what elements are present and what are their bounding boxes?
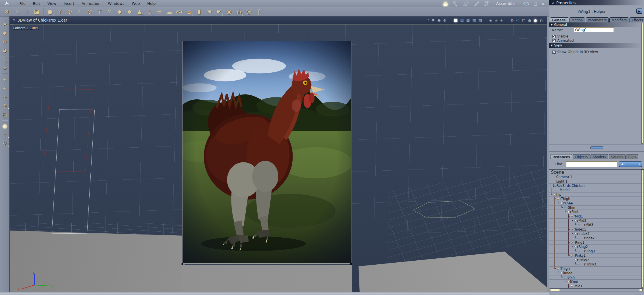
toolbar-tool-icon[interactable]: ☚ xyxy=(204,7,214,16)
browser-tab[interactable]: Shaders xyxy=(591,154,608,159)
menu-item[interactable]: Web xyxy=(132,1,140,6)
selection-handle[interactable] xyxy=(181,263,183,265)
viewport-display-icon[interactable]: ▤ xyxy=(460,18,464,22)
properties-header[interactable]: ⊙ Properties xyxy=(549,0,644,5)
menu-item[interactable]: File xyxy=(19,1,26,6)
show-object-checkbox[interactable]: Show Object in 3D View xyxy=(552,50,598,54)
properties-tab[interactable]: Parameters xyxy=(586,17,609,22)
tree-row[interactable]: │ │└ ▼ rIndex2 xyxy=(549,232,644,236)
properties-tab[interactable]: Modifiers xyxy=(609,17,629,22)
render-film-icon[interactable] xyxy=(483,1,490,7)
properties-tab[interactable]: General xyxy=(550,17,569,22)
close-icon[interactable]: × xyxy=(541,2,544,6)
toolbar-tool-icon[interactable]: ✎ xyxy=(22,7,32,16)
viewport-display-icon[interactable]: ◈ xyxy=(500,18,503,22)
tree-row[interactable]: ├─ ▼ Model xyxy=(549,188,644,192)
browser-tab[interactable]: Objects xyxy=(573,154,590,159)
tree-row[interactable]: │ └─ ▼ rPinky3 xyxy=(549,262,644,267)
animated-checkbox[interactable]: Animated xyxy=(552,39,574,43)
left-tool-icon[interactable]: ∞ xyxy=(1,64,9,72)
toolbar-tool-icon[interactable]: ♠ xyxy=(125,7,134,16)
expand-triangle-icon[interactable]: ▼ xyxy=(561,272,562,274)
viewport-display-icon[interactable]: ● xyxy=(528,18,531,22)
hscroll-end[interactable] xyxy=(639,289,643,291)
tree-row[interactable]: ├ ▼ rThigh xyxy=(549,197,644,201)
menu-item[interactable]: Edit xyxy=(33,1,40,6)
panel-dot-icon[interactable]: ⊙ xyxy=(13,18,15,22)
left-tool-icon[interactable] xyxy=(1,72,9,75)
left-tool-icon[interactable]: ◉ xyxy=(1,122,9,130)
toolbar-tool-icon[interactable]: ⌂ xyxy=(184,7,194,16)
tree-row[interactable]: │ ├ ▼ rIndex1 xyxy=(549,227,644,232)
properties-tab[interactable]: Effects xyxy=(629,17,644,22)
toolbar-tool-icon[interactable]: ⁂ xyxy=(234,7,244,16)
toolbar-tool-icon[interactable]: ∵ xyxy=(105,7,115,16)
selection-handle[interactable] xyxy=(350,263,352,265)
view-section-header[interactable]: ▼ View xyxy=(549,43,643,48)
tree-row[interactable]: └ ▼ lShin xyxy=(549,275,644,280)
panel-dot-icon[interactable]: ⊙ xyxy=(552,1,554,4)
expand-triangle-icon[interactable]: ▼ xyxy=(571,228,573,231)
toolbar-tool-icon[interactable]: ☛ xyxy=(214,7,224,16)
texture-pen-icon[interactable] xyxy=(463,1,469,7)
expand-triangle-icon[interactable]: ▼ xyxy=(575,219,576,222)
toolbar-tool-icon[interactable]: ⊙ xyxy=(85,7,95,16)
tree-row[interactable]: ▼ Camera 1 xyxy=(549,175,644,179)
left-tool-icon[interactable]: ➤ xyxy=(1,20,9,28)
toolbar-tool-icon[interactable]: ◆ xyxy=(115,7,125,16)
toolbar-tool-icon[interactable]: ▲ xyxy=(134,7,144,16)
left-tool-icon[interactable] xyxy=(1,119,9,122)
expand-triangle-icon[interactable]: ▼ xyxy=(557,267,559,270)
expand-triangle-icon[interactable]: ▼ xyxy=(568,281,569,283)
find-input[interactable] xyxy=(566,161,617,167)
expand-triangle-icon[interactable]: ▼ xyxy=(571,215,573,217)
tree-row[interactable]: │ └ ▼ rFoot xyxy=(549,210,644,214)
expand-triangle-icon[interactable]: ▼ xyxy=(571,241,573,244)
tree-row[interactable]: │ │ └─ ▼ rMid3 xyxy=(549,223,644,227)
left-tool-icon[interactable] xyxy=(1,17,9,20)
wireframe-hexagon[interactable] xyxy=(408,197,479,221)
browser-tab[interactable]: Instances xyxy=(550,154,572,159)
browser-tab[interactable]: Clips xyxy=(626,154,639,159)
tree-row[interactable]: │ └ ▼ rShin xyxy=(549,206,644,210)
hscroll-thumb[interactable] xyxy=(550,289,560,291)
left-tool-icon[interactable]: ↻ xyxy=(1,37,9,46)
tree-row[interactable]: │ ├ ▼ rMid1 xyxy=(549,214,644,219)
toolbar-tool-icon[interactable]: ◎ xyxy=(244,7,254,16)
toolbar-tool-icon[interactable] xyxy=(42,7,45,16)
viewport-display-icon[interactable]: ◐ xyxy=(540,18,543,22)
toolbar-tool-icon[interactable]: ʃ xyxy=(254,7,264,16)
browser-tab[interactable]: Sounds xyxy=(609,154,625,159)
scene-root-label[interactable]: Scene xyxy=(549,170,644,175)
tree-hscrollbar[interactable] xyxy=(550,288,643,292)
toolbar-tool-icon[interactable]: ☁ xyxy=(164,7,174,16)
expand-triangle-icon[interactable]: ▼ xyxy=(571,254,573,257)
menu-item[interactable]: Animation xyxy=(82,1,100,6)
expand-triangle-icon[interactable]: ▼ xyxy=(561,202,562,204)
tree-row[interactable]: └ ▼ lFoot xyxy=(549,280,644,284)
expand-triangle-icon[interactable]: ▼ xyxy=(557,198,559,200)
left-tool-icon[interactable]: + xyxy=(1,93,9,101)
toolbar-tool-icon[interactable]: ☀ xyxy=(154,7,164,16)
properties-tab[interactable]: Motion xyxy=(570,17,585,22)
menu-item[interactable]: Windows xyxy=(108,1,124,6)
toolbar-tool-icon[interactable]: ◪ xyxy=(32,7,42,16)
maximize-icon[interactable]: □ xyxy=(533,2,537,6)
tree-row[interactable]: ▼ LoRezBirds Chicken xyxy=(549,184,644,188)
viewport-display-icon[interactable]: ◌ xyxy=(516,18,519,22)
tree-row[interactable]: │ │└ ▼ rMid2 xyxy=(549,219,644,223)
left-tool-icon[interactable]: + xyxy=(1,84,9,93)
toolbar-tool-icon[interactable]: ∴ xyxy=(75,7,85,16)
visible-checkbox[interactable]: Visible xyxy=(552,34,568,38)
wireframe-plane-white[interactable] xyxy=(52,109,95,234)
viewport-display-icon[interactable]: ⊛ xyxy=(443,18,446,22)
toolbar-tool-icon[interactable]: T xyxy=(95,7,105,16)
menu-item[interactable]: Help xyxy=(147,1,156,6)
model-wrench-icon[interactable] xyxy=(452,1,459,7)
tree-row[interactable]: ├ ▼ lMid1 xyxy=(549,284,644,288)
left-tool-icon[interactable]: + xyxy=(1,75,9,84)
expand-triangle-icon[interactable]: ▼ xyxy=(575,246,576,248)
tree-row[interactable]: └ ▼ lThigh xyxy=(549,267,644,271)
panel-arrow-button[interactable]: ▶ xyxy=(636,9,642,14)
viewport-display-icon[interactable]: ∷ xyxy=(426,18,429,22)
